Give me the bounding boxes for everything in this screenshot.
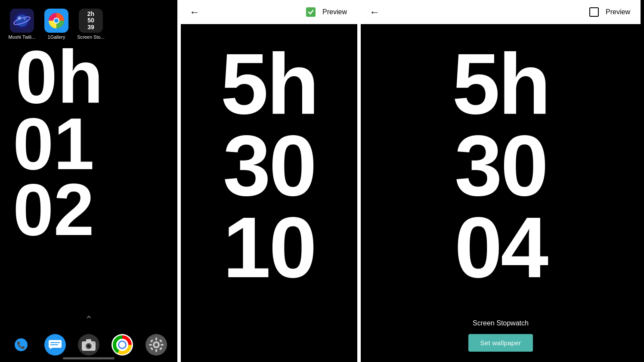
sw-time-04-3: 04 [455, 207, 547, 288]
home-time-0h: 0h [15, 43, 103, 111]
home-row3: 02 [9, 177, 94, 243]
sw-row2-3: 30 [455, 125, 547, 207]
back-button-3[interactable]: ← [368, 5, 381, 19]
panel-preview-unchecked: ← Preview 5h 30 04 Screen Stopwatch Set … [361, 0, 641, 362]
svg-rect-28 [155, 349, 157, 352]
svg-point-1 [16, 15, 28, 27]
sw-time-10-2: 10 [223, 207, 315, 288]
preview-checkbox-unchecked[interactable] [589, 7, 599, 17]
sw-time-30-2: 30 [223, 125, 315, 207]
home-time-01: 01 [13, 111, 94, 177]
svg-rect-16 [86, 339, 91, 343]
svg-point-4 [24, 18, 25, 20]
sw-row1-2: 5h [220, 43, 317, 125]
home-row1: 0h [9, 43, 103, 111]
moshi-icon-bg [10, 9, 34, 33]
sw-row3-2: 10 [223, 207, 315, 288]
sw-time-5h-2: 5h [220, 43, 317, 125]
back-arrow-icon-2: ← [189, 6, 200, 18]
set-wallpaper-button[interactable]: Set wallpaper [468, 334, 533, 352]
dock-phone[interactable]: 📞 [10, 334, 32, 356]
preview-header-2: ← Preview [181, 0, 357, 24]
preview-header-right-3: Preview [589, 6, 634, 18]
panel-home: Moshi Twili... 1Gallery 2h503 [0, 0, 181, 362]
svg-point-18 [87, 344, 90, 348]
svg-rect-27 [155, 337, 157, 340]
stopwatch-icon-bg: 2h5039 [79, 9, 103, 33]
home-dock: 📞 [0, 328, 177, 362]
preview-header-right-2: Preview [306, 6, 350, 18]
sw-row3-3: 04 [455, 207, 547, 288]
home-time-02: 02 [13, 177, 94, 243]
gesture-bar [63, 357, 115, 359]
sw-time-30-3: 30 [455, 125, 547, 207]
panel3-bottom-overlay: Screen Stopwatch Set wallpaper [361, 302, 641, 362]
back-button-2[interactable]: ← [188, 5, 201, 19]
home-time-display: 0h 01 02 [0, 43, 177, 243]
gallery-icon-bg [44, 9, 68, 33]
preview-label-2: Preview [319, 6, 350, 18]
preview-header-3: ← Preview [361, 0, 641, 24]
preview-checkbox-checked[interactable] [306, 7, 316, 17]
stopwatch-display-2: 5h 30 10 [181, 43, 357, 288]
svg-rect-29 [149, 344, 152, 346]
dock-messages[interactable] [44, 334, 66, 356]
svg-rect-30 [161, 344, 164, 346]
chevron-up-icon: ⌃ [85, 314, 93, 325]
sw-row2-2: 30 [223, 125, 315, 207]
panel-preview-checked: ← Preview 5h 30 10 [181, 0, 361, 362]
stopwatch-icon-text: 2h5039 [87, 11, 94, 31]
home-row2: 01 [9, 111, 94, 177]
swipe-up-indicator: ⌃ [85, 314, 93, 325]
svg-point-19 [93, 342, 95, 344]
svg-point-3 [18, 16, 21, 20]
sw-row1-3: 5h [452, 43, 549, 125]
dock-camera[interactable] [78, 334, 99, 356]
svg-point-23 [119, 342, 125, 348]
dock-settings[interactable] [146, 334, 167, 356]
preview-label-3: Preview [602, 6, 634, 18]
stopwatch-display-3: 5h 30 04 [361, 43, 641, 288]
dock-chrome[interactable] [111, 334, 133, 356]
svg-point-26 [155, 343, 158, 347]
svg-text:📞: 📞 [17, 341, 25, 349]
sw-time-5h-3: 5h [452, 43, 549, 125]
svg-point-7 [54, 19, 59, 23]
svg-rect-11 [49, 340, 62, 348]
app-name-label: Screen Stopwatch [473, 319, 529, 327]
back-arrow-icon-3: ← [369, 6, 380, 18]
